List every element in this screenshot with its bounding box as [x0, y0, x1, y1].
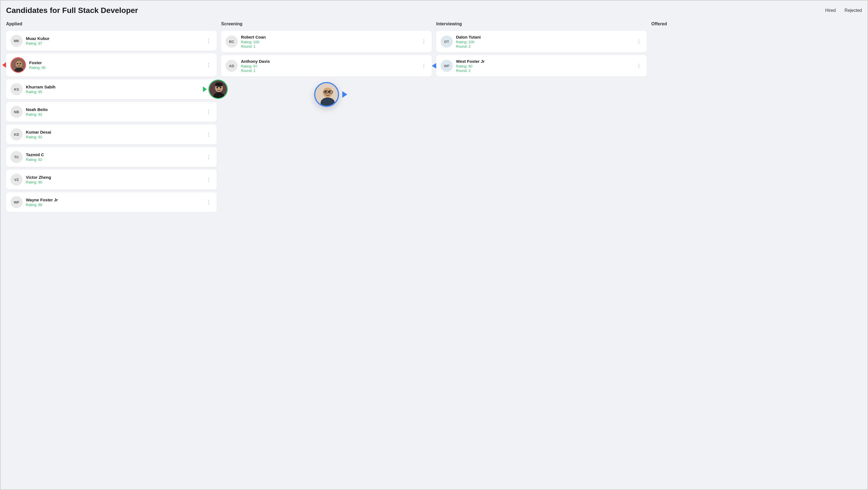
- card-noah-beito[interactable]: NB Noah Beito Rating: 92 ⋮: [6, 102, 217, 122]
- name-foster: Foster: [29, 60, 202, 65]
- page-title: Candidates for Full Stack Developer: [6, 6, 138, 15]
- avatar-foster: [10, 57, 26, 73]
- name-khurram-sabih: Khurram Sabih: [26, 85, 202, 89]
- info-wayne-foster-jr: Wayne Foster Jr Rating: 88: [26, 197, 202, 207]
- info-west-foster-jr: West Foster Jr Rating: 90 Round: 2: [456, 59, 632, 73]
- kanban-board: Applied MK Muaz Kubur Rating: 97 ⋮: [6, 22, 862, 215]
- card-victor-zheng[interactable]: VZ Victor Zheng Rating: 90 ⋮: [6, 170, 217, 189]
- column-interviewing: Interviewing DT Dalon Tutani Rating: 100…: [436, 22, 647, 79]
- rejected-button[interactable]: Rejected: [845, 8, 862, 13]
- name-noah-beito: Noah Beito: [26, 107, 202, 112]
- round-robert-coan: Round: 1: [241, 44, 417, 49]
- round-west-foster-jr: Round: 2: [456, 69, 632, 73]
- card-tazmid-c[interactable]: TC Tazmid C Rating: 92 ⋮: [6, 147, 217, 167]
- avatar-ks: KS: [10, 83, 23, 95]
- header-actions: Hired Rejected: [825, 8, 862, 13]
- rating-khurram-sabih: Rating: 95: [26, 90, 202, 94]
- more-kumar-desai[interactable]: ⋮: [205, 130, 212, 139]
- more-tazmid-c[interactable]: ⋮: [205, 153, 212, 161]
- drag-zone: [221, 79, 432, 112]
- rating-anthony-davis: Rating: 97: [241, 64, 417, 68]
- avatar-wf-interviewing: WF: [441, 60, 453, 72]
- arrow-left-blue-wf: [432, 63, 436, 69]
- svg-point-8: [216, 87, 218, 88]
- more-victor-zheng[interactable]: ⋮: [205, 176, 212, 184]
- more-muaz-kubur[interactable]: ⋮: [205, 37, 212, 45]
- name-kumar-desai: Kumar Desai: [26, 130, 202, 134]
- arrow-left-red-foster: [2, 62, 6, 68]
- avatar-kd: KD: [10, 128, 23, 141]
- more-dalon-tutani[interactable]: ⋮: [635, 37, 643, 46]
- rating-kumar-desai: Rating: 92: [26, 135, 202, 139]
- name-victor-zheng: Victor Zheng: [26, 175, 202, 180]
- more-west-foster-jr[interactable]: ⋮: [635, 62, 643, 70]
- info-robert-coan: Robert Coan Rating: 100 Round: 1: [241, 35, 417, 49]
- column-applied: Applied MK Muaz Kubur Rating: 97 ⋮: [6, 22, 217, 215]
- svg-point-14: [325, 91, 327, 93]
- card-muaz-kubur[interactable]: MK Muaz Kubur Rating: 97 ⋮: [6, 31, 217, 51]
- rating-tazmid-c: Rating: 92: [26, 158, 202, 162]
- avatar-dt: DT: [441, 35, 453, 48]
- more-wayne-foster-jr[interactable]: ⋮: [205, 198, 212, 206]
- more-anthony-davis[interactable]: ⋮: [420, 62, 427, 70]
- info-dalon-tutani: Dalon Tutani Rating: 100 Round: 2: [456, 35, 632, 49]
- hired-button[interactable]: Hired: [825, 8, 836, 13]
- column-header-applied: Applied: [6, 22, 217, 26]
- name-tazmid-c: Tazmid C: [26, 152, 202, 157]
- arrow-right-green-ks: [203, 87, 207, 92]
- more-robert-coan[interactable]: ⋮: [420, 37, 427, 46]
- svg-line-19: [323, 92, 324, 92]
- round-dalon-tutani: Round: 2: [456, 44, 632, 49]
- svg-point-3: [17, 63, 19, 64]
- column-header-interviewing: Interviewing: [436, 22, 647, 26]
- info-muaz-kubur: Muaz Kubur Rating: 97: [26, 36, 202, 45]
- column-header-offered: Offered: [651, 22, 862, 26]
- more-noah-beito[interactable]: ⋮: [205, 108, 212, 116]
- column-offered: Offered: [651, 22, 862, 31]
- drag-avatar-circle: [314, 82, 339, 107]
- svg-point-1: [16, 61, 22, 67]
- card-khurram-sabih[interactable]: KS Khurram Sabih Rating: 95: [6, 79, 217, 99]
- info-victor-zheng: Victor Zheng Rating: 90: [26, 175, 202, 184]
- name-robert-coan: Robert Coan: [241, 35, 417, 39]
- avatar-vz: VZ: [10, 174, 23, 186]
- card-robert-coan[interactable]: RC Robert Coan Rating: 100 Round: 1 ⋮: [221, 31, 432, 52]
- card-west-foster-jr[interactable]: WF West Foster Jr Rating: 90 Round: 2 ⋮: [436, 55, 647, 76]
- card-anthony-davis[interactable]: AD Anthony Davis Rating: 97 Round: 1 ⋮: [221, 55, 432, 76]
- column-header-screening: Screening: [221, 22, 432, 26]
- info-khurram-sabih: Khurram Sabih Rating: 95: [26, 85, 202, 94]
- card-kumar-desai[interactable]: KD Kumar Desai Rating: 92 ⋮: [6, 124, 217, 144]
- card-dalon-tutani[interactable]: DT Dalon Tutani Rating: 100 Round: 2 ⋮: [436, 31, 647, 52]
- svg-point-9: [220, 87, 221, 88]
- page-header: Candidates for Full Stack Developer Hire…: [6, 6, 862, 15]
- svg-line-20: [332, 92, 333, 92]
- rating-foster: Rating: 95: [29, 66, 202, 70]
- rating-wayne-foster-jr: Rating: 88: [26, 203, 202, 207]
- column-screening: Screening RC Robert Coan Rating: 100 Rou…: [221, 22, 432, 112]
- more-foster[interactable]: ⋮: [205, 61, 212, 69]
- name-muaz-kubur: Muaz Kubur: [26, 36, 202, 41]
- avatar-tc: TC: [10, 151, 23, 163]
- rating-west-foster-jr: Rating: 90: [456, 64, 632, 68]
- round-anthony-davis: Round: 1: [241, 69, 417, 73]
- name-dalon-tutani: Dalon Tutani: [456, 35, 632, 39]
- rating-dalon-tutani: Rating: 100: [456, 40, 632, 44]
- card-wayne-foster-jr[interactable]: WF Wayne Foster Jr Rating: 88 ⋮: [6, 192, 217, 212]
- drag-indicator: [314, 82, 339, 107]
- rating-robert-coan: Rating: 100: [241, 40, 417, 44]
- name-wayne-foster-jr: Wayne Foster Jr: [26, 197, 202, 202]
- card-foster[interactable]: Foster Rating: 95 ⋮: [6, 54, 217, 76]
- arrow-right-blue: [342, 91, 347, 98]
- avatar-rc: RC: [225, 35, 238, 48]
- rating-muaz-kubur: Rating: 97: [26, 41, 202, 45]
- info-tazmid-c: Tazmid C Rating: 92: [26, 152, 202, 162]
- avatar-ad: AD: [225, 60, 238, 72]
- svg-point-4: [20, 63, 21, 64]
- rating-victor-zheng: Rating: 90: [26, 180, 202, 184]
- info-anthony-davis: Anthony Davis Rating: 97 Round: 1: [241, 59, 417, 73]
- rating-noah-beito: Rating: 92: [26, 112, 202, 117]
- name-west-foster-jr: West Foster Jr: [456, 59, 632, 64]
- name-anthony-davis: Anthony Davis: [241, 59, 417, 64]
- avatar-ks-photo: [209, 80, 228, 99]
- info-kumar-desai: Kumar Desai Rating: 92: [26, 130, 202, 139]
